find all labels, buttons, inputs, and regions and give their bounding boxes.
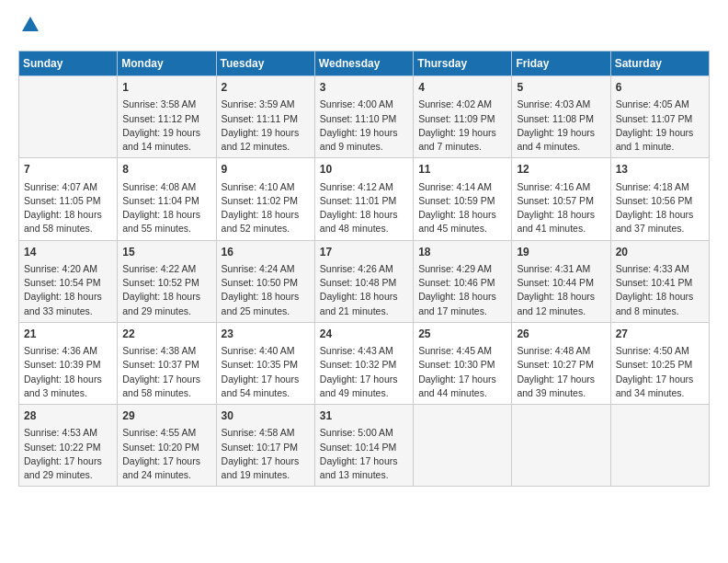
day-detail: Daylight: 17 hours <box>320 373 408 386</box>
day-detail: Daylight: 18 hours <box>517 208 605 222</box>
day-detail: Sunrise: 4:20 AM <box>24 262 112 276</box>
day-detail: Sunset: 10:25 PM <box>616 358 704 372</box>
day-detail: and 45 minutes. <box>418 222 506 236</box>
day-detail: and 29 minutes. <box>24 468 112 482</box>
day-detail: and 14 minutes. <box>122 140 210 154</box>
day-number: 25 <box>418 327 506 342</box>
calendar-cell: 2Sunrise: 3:59 AMSunset: 11:11 PMDayligh… <box>216 76 314 158</box>
day-number: 17 <box>320 245 408 260</box>
day-detail: Sunrise: 4:36 AM <box>24 344 112 358</box>
day-detail: Sunrise: 5:00 AM <box>320 426 408 440</box>
calendar-cell: 22Sunrise: 4:38 AMSunset: 10:37 PMDaylig… <box>118 322 216 404</box>
calendar-week-row: 28Sunrise: 4:53 AMSunset: 10:22 PMDaylig… <box>19 405 710 487</box>
calendar-week-row: 7Sunrise: 4:07 AMSunset: 11:05 PMDayligh… <box>19 158 710 240</box>
day-detail: Daylight: 18 hours <box>418 290 506 304</box>
day-detail: Daylight: 18 hours <box>222 208 310 222</box>
day-number: 30 <box>222 408 310 424</box>
day-detail: and 58 minutes. <box>122 386 210 400</box>
weekday-header-sunday: Sunday <box>19 52 118 76</box>
day-detail: Sunrise: 4:48 AM <box>517 344 605 358</box>
calendar-cell: 26Sunrise: 4:48 AMSunset: 10:27 PMDaylig… <box>512 322 610 404</box>
calendar-cell: 3Sunrise: 4:00 AMSunset: 11:10 PMDayligh… <box>314 76 413 158</box>
day-detail: Daylight: 17 hours <box>222 454 310 468</box>
calendar-cell: 4Sunrise: 4:02 AMSunset: 11:09 PMDayligh… <box>414 76 512 158</box>
day-detail: Sunrise: 4:43 AM <box>320 344 408 358</box>
day-detail: Daylight: 18 hours <box>418 208 506 222</box>
day-detail: Sunrise: 4:45 AM <box>418 344 506 358</box>
calendar-cell: 21Sunrise: 4:36 AMSunset: 10:39 PMDaylig… <box>19 322 118 404</box>
day-number: 24 <box>320 327 408 342</box>
calendar-cell: 23Sunrise: 4:40 AMSunset: 10:35 PMDaylig… <box>216 322 314 404</box>
day-detail: Daylight: 18 hours <box>517 290 605 304</box>
day-detail: Sunset: 10:32 PM <box>320 358 408 372</box>
day-detail: Sunset: 10:54 PM <box>24 276 112 290</box>
day-detail: and 33 minutes. <box>24 304 112 318</box>
day-detail: Sunrise: 4:00 AM <box>320 98 408 111</box>
day-detail: Daylight: 18 hours <box>616 208 704 222</box>
calendar-cell: 31Sunrise: 5:00 AMSunset: 10:14 PMDaylig… <box>314 405 413 487</box>
day-detail: and 34 minutes. <box>616 386 704 400</box>
day-detail: Sunset: 10:22 PM <box>24 441 112 454</box>
weekday-header-wednesday: Wednesday <box>314 52 413 76</box>
day-detail: Daylight: 19 hours <box>222 126 310 140</box>
calendar-cell: 11Sunrise: 4:14 AMSunset: 10:59 PMDaylig… <box>414 158 512 240</box>
day-detail: Sunset: 10:27 PM <box>517 358 605 372</box>
calendar-cell: 19Sunrise: 4:31 AMSunset: 10:44 PMDaylig… <box>512 240 610 322</box>
day-number: 14 <box>24 245 112 260</box>
day-number: 23 <box>222 327 310 342</box>
day-detail: Sunrise: 4:58 AM <box>222 426 310 440</box>
day-detail: Sunset: 11:07 PM <box>616 112 704 126</box>
day-detail: and 37 minutes. <box>616 222 704 236</box>
day-detail: Sunset: 10:57 PM <box>517 194 605 208</box>
calendar-cell: 30Sunrise: 4:58 AMSunset: 10:17 PMDaylig… <box>216 405 314 487</box>
day-detail: and 48 minutes. <box>320 222 408 236</box>
day-detail: Sunset: 11:12 PM <box>122 112 210 126</box>
day-detail: Sunrise: 4:07 AM <box>24 180 112 194</box>
day-detail: and 1 minute. <box>616 140 704 154</box>
day-detail: and 24 minutes. <box>122 468 210 482</box>
calendar-cell: 16Sunrise: 4:24 AMSunset: 10:50 PMDaylig… <box>216 240 314 322</box>
day-number: 3 <box>320 80 408 96</box>
day-detail: Sunset: 10:14 PM <box>320 441 408 454</box>
day-number: 20 <box>616 245 704 260</box>
day-detail: Daylight: 18 hours <box>24 208 112 222</box>
day-detail: Sunrise: 4:29 AM <box>418 262 506 276</box>
day-detail: Daylight: 19 hours <box>517 126 605 140</box>
day-detail: Sunset: 10:44 PM <box>517 276 605 290</box>
day-detail: and 54 minutes. <box>222 386 310 400</box>
day-detail: Sunset: 11:05 PM <box>24 194 112 208</box>
page-header <box>18 15 710 40</box>
calendar-cell: 8Sunrise: 4:08 AMSunset: 11:04 PMDayligh… <box>118 158 216 240</box>
day-detail: Sunrise: 4:26 AM <box>320 262 408 276</box>
day-detail: and 12 minutes. <box>222 140 310 154</box>
day-detail: Sunset: 10:17 PM <box>222 441 310 454</box>
day-detail: Sunrise: 4:24 AM <box>222 262 310 276</box>
calendar-cell <box>414 405 512 487</box>
day-detail: Daylight: 19 hours <box>418 126 506 140</box>
calendar-cell: 12Sunrise: 4:16 AMSunset: 10:57 PMDaylig… <box>512 158 610 240</box>
day-number: 29 <box>122 408 210 424</box>
weekday-header-thursday: Thursday <box>414 52 512 76</box>
day-number: 1 <box>122 80 210 96</box>
day-detail: and 49 minutes. <box>320 386 408 400</box>
calendar-cell: 17Sunrise: 4:26 AMSunset: 10:48 PMDaylig… <box>314 240 413 322</box>
day-detail: Daylight: 17 hours <box>517 373 605 386</box>
day-detail: Sunrise: 4:02 AM <box>418 98 506 111</box>
calendar-cell: 6Sunrise: 4:05 AMSunset: 11:07 PMDayligh… <box>610 76 709 158</box>
day-detail: Sunset: 10:30 PM <box>418 358 506 372</box>
day-number: 10 <box>320 162 408 178</box>
calendar-cell: 1Sunrise: 3:58 AMSunset: 11:12 PMDayligh… <box>118 76 216 158</box>
day-detail: Sunrise: 3:59 AM <box>222 98 310 111</box>
logo-icon <box>20 15 40 35</box>
day-detail: Sunset: 10:41 PM <box>616 276 704 290</box>
calendar-cell <box>610 405 709 487</box>
calendar-cell: 5Sunrise: 4:03 AMSunset: 11:08 PMDayligh… <box>512 76 610 158</box>
calendar-cell: 7Sunrise: 4:07 AMSunset: 11:05 PMDayligh… <box>19 158 118 240</box>
day-detail: and 19 minutes. <box>222 468 310 482</box>
day-detail: Sunrise: 4:53 AM <box>24 426 112 440</box>
calendar-cell: 29Sunrise: 4:55 AMSunset: 10:20 PMDaylig… <box>118 405 216 487</box>
day-number: 4 <box>418 80 506 96</box>
day-detail: and 55 minutes. <box>122 222 210 236</box>
day-detail: Sunset: 10:35 PM <box>222 358 310 372</box>
day-detail: Daylight: 19 hours <box>122 126 210 140</box>
